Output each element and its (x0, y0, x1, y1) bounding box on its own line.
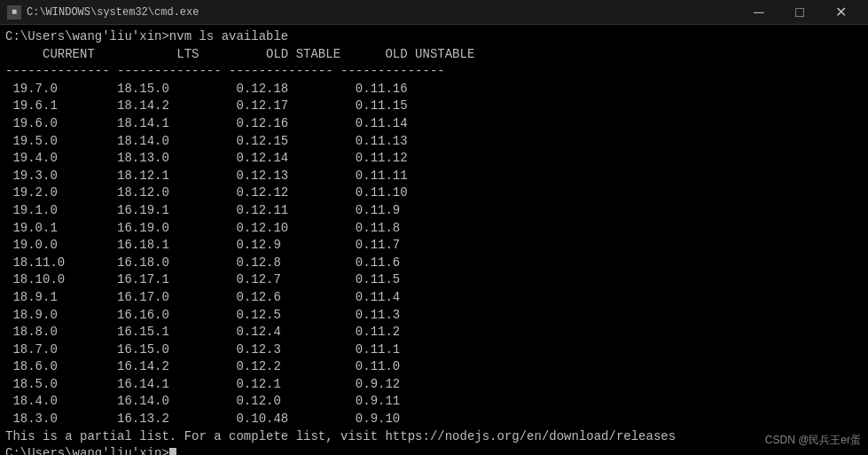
close-button[interactable]: ✕ (820, 0, 861, 25)
nvm-output: CURRENT LTS OLD STABLE OLD UNSTABLE ----… (5, 46, 863, 428)
maximize-button[interactable]: □ (779, 0, 820, 25)
minimize-button[interactable]: ─ (739, 0, 779, 25)
window-title: C:\WINDOWS\system32\cmd.exe (27, 6, 199, 19)
app-icon: ■ (7, 5, 21, 20)
prompt-line: C:\Users\wang'liu'xin> (5, 445, 863, 455)
title-bar: ■ C:\WINDOWS\system32\cmd.exe ─ □ ✕ (0, 0, 868, 25)
cursor (169, 448, 176, 455)
watermark: CSDN @民兵王er蛋 (765, 433, 861, 448)
command-line: C:\Users\wang'liu'xin>nvm ls available (5, 28, 863, 46)
title-bar-left: ■ C:\WINDOWS\system32\cmd.exe (7, 5, 199, 20)
terminal-window: C:\Users\wang'liu'xin>nvm ls available C… (0, 25, 868, 455)
window-controls: ─ □ ✕ (739, 0, 861, 25)
footer-text: This is a partial list. For a complete l… (5, 428, 863, 446)
